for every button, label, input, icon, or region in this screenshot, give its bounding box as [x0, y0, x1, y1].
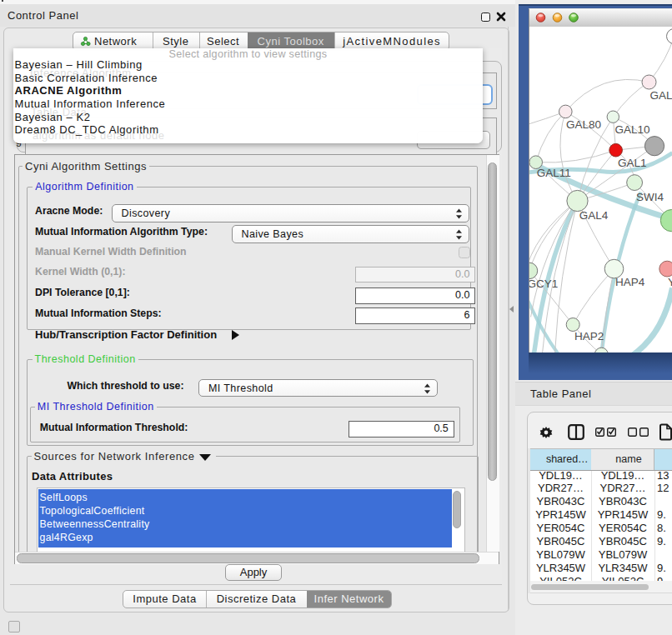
svg-text:GAL10: GAL10: [614, 123, 649, 136]
svg-text:YEL: YEL: [668, 276, 672, 288]
svg-text:HAP2: HAP2: [574, 330, 604, 342]
svg-text:GAL80: GAL80: [566, 118, 601, 130]
svg-text:GCY1: GCY1: [529, 278, 558, 290]
svg-text:GAL1: GAL1: [618, 157, 647, 169]
svg-text:SWI4: SWI4: [635, 190, 663, 202]
svg-text:GAL4: GAL4: [579, 209, 608, 222]
svg-text:HAP4: HAP4: [615, 275, 645, 288]
svg-text:GAL11: GAL11: [536, 167, 570, 179]
svg-text:GAL7: GAL7: [649, 88, 672, 101]
